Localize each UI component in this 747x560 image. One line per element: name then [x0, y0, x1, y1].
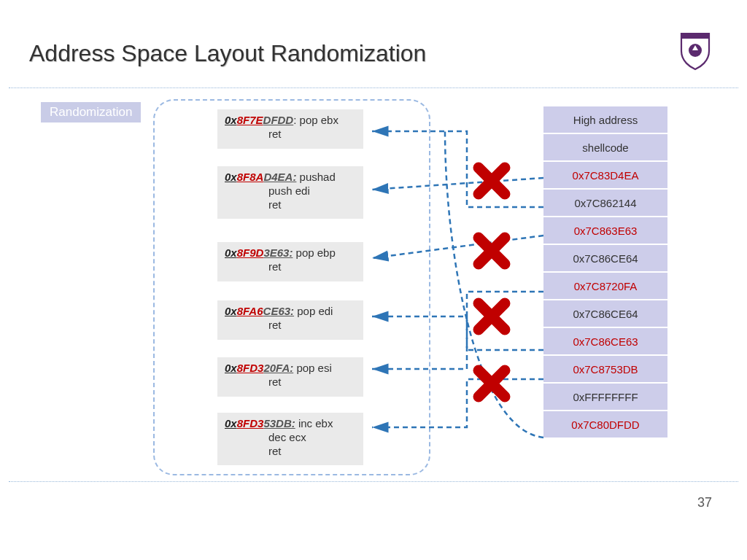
gadget-box: 0x8FD320FA: pop esiret: [217, 357, 363, 397]
cross-icon: [473, 232, 511, 270]
gadget-box: 0x8F9D3E63: pop ebpret: [217, 242, 363, 281]
divider-bottom: [9, 481, 738, 482]
gadget-box: 0x8F8AD4EA: pushadpush ediret: [217, 166, 363, 219]
stack-cell: 0x7C863E63: [543, 217, 667, 245]
stack-cell: 0xFFFFFFFF: [543, 384, 667, 411]
stack-cell: High address: [543, 106, 667, 134]
stack-cell: 0x7C80DFDD: [543, 411, 667, 439]
stack-table: High addressshellcode0x7C83D4EA0x7C86214…: [543, 106, 667, 439]
cross-icon: [473, 162, 511, 200]
gadget-box: 0x8F7EDFDD: pop ebxret: [217, 109, 363, 149]
gadget-box: 0x8FD353DB: inc ebxdec ecxret: [217, 413, 363, 465]
randomization-label: Randomization: [41, 102, 141, 122]
page-number: 37: [697, 495, 712, 510]
stack-cell: 0x7C83D4EA: [543, 162, 667, 190]
stack-cell: 0x7C8753DB: [543, 356, 667, 384]
stack-cell: 0x7C8720FA: [543, 273, 667, 300]
stack-cell: shellcode: [543, 134, 667, 162]
stack-cell: 0x7C86CE64: [543, 245, 667, 273]
stack-cell: 0x7C862144: [543, 190, 667, 217]
stack-cell: 0x7C86CE63: [543, 328, 667, 356]
stack-cell: 0x7C86CE64: [543, 300, 667, 328]
university-logo-icon: [678, 31, 712, 71]
cross-icon: [473, 298, 511, 335]
gadget-box: 0x8FA6CE63: pop ediret: [217, 300, 363, 340]
divider-top: [9, 88, 738, 88]
page-title: Address Space Layout Randomization: [29, 40, 426, 67]
cross-icon: [473, 365, 511, 402]
